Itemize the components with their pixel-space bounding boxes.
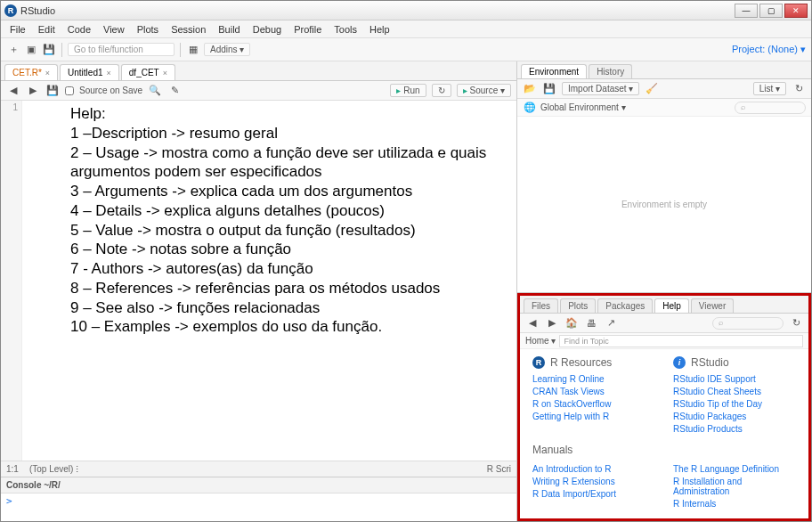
save-workspace-icon[interactable]: 💾 [542, 82, 556, 96]
tab-close-icon[interactable]: × [107, 69, 111, 77]
rstudio-logo-icon: i [673, 356, 686, 369]
link-ide-support[interactable]: RStudio IDE Support [673, 374, 796, 384]
link-rstudio-products[interactable]: RStudio Products [673, 424, 796, 434]
menu-profile[interactable]: Profile [288, 22, 327, 37]
help-annotation-overlay: Help: 1 –Description -> resumo geral 2 –… [70, 104, 508, 337]
tab-plots[interactable]: Plots [560, 298, 596, 313]
tab-environment[interactable]: Environment [521, 64, 587, 78]
help-body[interactable]: RR Resources Learning R Online CRAN Task… [520, 349, 808, 518]
menu-tools[interactable]: Tools [329, 22, 362, 37]
new-file-icon[interactable]: ＋ [6, 43, 20, 57]
separator [180, 43, 181, 57]
env-toolbar: 📂 💾 Import Dataset ▾ 🧹 List ▾ ↻ [517, 79, 811, 99]
overlay-line: 10 – Examples -> exemplos do uso da funç… [70, 317, 508, 337]
refresh-icon[interactable]: ↻ [792, 82, 806, 96]
menu-code[interactable]: Code [62, 22, 96, 37]
popup-icon[interactable]: ↗ [604, 316, 618, 330]
env-search-input[interactable]: ⌕ [735, 102, 806, 114]
link-r-internals[interactable]: R Internals [673, 499, 796, 509]
load-workspace-icon[interactable]: 📂 [523, 82, 537, 96]
close-button[interactable]: ✕ [784, 4, 808, 18]
window-buttons: — ▢ ✕ [735, 4, 808, 18]
tab-viewer[interactable]: Viewer [691, 298, 734, 313]
help-toolbar: ◀ ▶ 🏠 🖶 ↗ ⌕ ↻ [520, 314, 808, 333]
link-rstudio-packages[interactable]: RStudio Packages [673, 412, 796, 421]
grid-icon[interactable]: ▦ [186, 43, 200, 57]
tab-files[interactable]: Files [524, 298, 558, 313]
source-on-save-label: Source on Save [79, 86, 142, 95]
help-search-input[interactable]: ⌕ [712, 317, 784, 330]
link-intro-r[interactable]: An Introduction to R [532, 464, 655, 474]
menu-build[interactable]: Build [213, 22, 245, 37]
refresh-icon[interactable]: ↻ [789, 316, 803, 330]
maximize-button[interactable]: ▢ [759, 4, 783, 18]
console-prompt: > [6, 495, 12, 507]
list-view-button[interactable]: List ▾ [753, 82, 786, 95]
print-icon[interactable]: 🖶 [584, 316, 598, 330]
menu-debug[interactable]: Debug [248, 22, 287, 37]
help-forward-icon[interactable]: ▶ [545, 316, 559, 330]
home-icon[interactable]: 🏠 [564, 316, 579, 330]
forward-icon[interactable]: ▶ [26, 84, 40, 98]
link-data-import-export[interactable]: R Data Import/Export [532, 489, 655, 499]
link-cheat-sheets[interactable]: RStudio Cheat Sheets [673, 387, 796, 396]
link-tip-of-day[interactable]: RStudio Tip of the Day [673, 399, 796, 409]
save-icon[interactable]: 💾 [45, 84, 60, 98]
env-scope-select[interactable]: Global Environment ▾ [540, 102, 626, 112]
back-icon[interactable]: ◀ [6, 84, 20, 98]
menu-plots[interactable]: Plots [132, 22, 164, 37]
wand-icon[interactable]: ✎ [167, 84, 182, 98]
link-cran-task-views[interactable]: CRAN Task Views [532, 387, 655, 396]
window-title: RStudio [17, 5, 735, 16]
find-in-topic-input[interactable]: Find in Topic [559, 335, 803, 347]
run-button[interactable]: ▸Run [390, 84, 426, 97]
menu-edit[interactable]: Edit [33, 22, 61, 37]
link-learning-r[interactable]: Learning R Online [532, 374, 655, 384]
open-file-icon[interactable]: ▣ [24, 43, 38, 57]
clear-icon[interactable]: 🧹 [645, 82, 659, 96]
tab-untitled[interactable]: Untitled1× [60, 64, 119, 80]
minimize-button[interactable]: — [735, 4, 758, 18]
r-logo-icon: R [532, 356, 545, 369]
tab-close-icon[interactable]: × [163, 69, 167, 77]
help-back-icon[interactable]: ◀ [525, 316, 540, 330]
menu-session[interactable]: Session [166, 22, 211, 37]
help-home-crumb[interactable]: Home ▾ [525, 336, 556, 346]
source-on-save-checkbox[interactable] [65, 86, 74, 95]
environment-pane: Environment History 📂 💾 Import Dataset ▾… [517, 61, 811, 293]
link-writing-extensions[interactable]: Writing R Extensions [532, 477, 655, 486]
source-button[interactable]: ▸Source ▾ [457, 84, 511, 97]
tab-packages[interactable]: Packages [597, 298, 653, 313]
link-language-definition[interactable]: The R Language Definition [673, 464, 796, 474]
tab-label: df_CET [129, 68, 159, 77]
tab-help[interactable]: Help [654, 298, 689, 313]
link-install-admin[interactable]: R Installation and Administration [673, 477, 796, 496]
save-icon[interactable]: 💾 [42, 43, 56, 57]
import-dataset-button[interactable]: Import Dataset ▾ [562, 82, 639, 95]
tab-cet[interactable]: CET.R*× [4, 64, 58, 80]
scope-indicator[interactable]: (Top Level) ⵗ [29, 464, 78, 474]
tab-dfcet[interactable]: df_CET× [121, 64, 175, 80]
find-icon[interactable]: 🔍 [148, 84, 162, 98]
tab-label: Untitled1 [68, 68, 102, 77]
menu-help[interactable]: Help [364, 22, 395, 37]
tab-close-icon[interactable]: × [45, 69, 50, 77]
globe-icon: 🌐 [523, 101, 537, 115]
link-getting-help[interactable]: Getting Help with R [532, 412, 655, 421]
console-body[interactable]: > [1, 493, 516, 521]
tab-history[interactable]: History [589, 64, 632, 78]
app-icon: R [4, 4, 17, 17]
help-tabs: Files Plots Packages Help Viewer [520, 296, 808, 314]
link-r-stackoverflow[interactable]: R on StackOverflow [532, 399, 655, 409]
rerun-button[interactable]: ↻ [432, 84, 451, 97]
menu-view[interactable]: View [98, 22, 130, 37]
console-title: Console ~/R/ [6, 480, 61, 490]
menu-file[interactable]: File [4, 22, 31, 37]
editor-body[interactable]: 1 Help: 1 –Description -> resumo geral 2… [1, 101, 516, 461]
overlay-title: Help: [70, 104, 508, 124]
addins-button[interactable]: Addins ▾ [204, 43, 250, 56]
goto-input[interactable]: Go to file/function [68, 43, 175, 56]
project-button[interactable]: Project: (None) ▾ [732, 44, 806, 55]
language-indicator: R Scri [487, 464, 511, 474]
env-empty-label: Environment is empty [621, 200, 707, 209]
